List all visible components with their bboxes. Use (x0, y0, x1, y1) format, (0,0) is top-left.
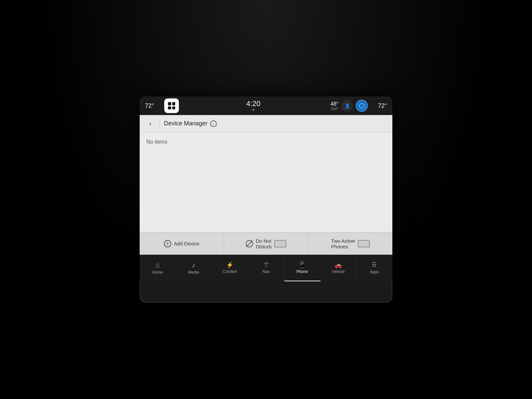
page-title: Device Manager (164, 120, 207, 127)
temp-left: 72° (145, 102, 162, 109)
add-icon: + (164, 240, 171, 247)
add-device-button[interactable]: + Add Device (140, 232, 224, 255)
page-header: ‹ Device Manager i (140, 115, 392, 132)
comfort-icon: ⚡ (226, 262, 233, 268)
apps-icon: ⠿ (372, 262, 377, 268)
user-icon: 👤 (344, 103, 350, 108)
time-display: 4:20 (246, 100, 260, 107)
do-not-disturb-button[interactable]: Do Not Disturb (224, 232, 309, 255)
nav-item-nav[interactable]: SW A Nav (248, 255, 284, 281)
status-center: 4:20 ▼ (182, 100, 325, 112)
main-screen: 72° 4:20 ▼ 48° OUT 👤 72° ‹ (140, 96, 392, 303)
nav-item-phone[interactable]: 📱 Phone (284, 255, 321, 281)
nav-item-media[interactable]: ♪ Media (176, 255, 212, 281)
nav-label-apps: Apps (370, 270, 379, 274)
status-bar: 72° 4:20 ▼ 48° OUT 👤 72° (140, 96, 392, 115)
content-area: No items (140, 132, 392, 232)
status-icons: 👤 (341, 100, 368, 112)
temp-right: 72° (370, 102, 387, 109)
nav-label-nav: Nav (262, 269, 269, 274)
alexa-button[interactable] (356, 100, 368, 112)
home-icon: ⌂ (155, 261, 160, 269)
do-not-disturb-toggle[interactable] (274, 240, 286, 247)
nav-sw-icon-group: SW A (264, 262, 269, 268)
app-grid-button[interactable] (164, 98, 179, 113)
main-content: ‹ Device Manager i No items + Add Device (140, 115, 392, 255)
weather-label: OUT (331, 107, 338, 111)
alexa-icon (359, 103, 365, 109)
two-active-phones-line1: Two Active (331, 238, 355, 244)
nav-label-home: Home (152, 270, 163, 275)
nav-label-vehicle: Vehicle (332, 269, 345, 274)
phone-icon: 📱 (298, 261, 306, 268)
media-icon: ♪ (192, 261, 196, 269)
time-chevron: ▼ (252, 108, 255, 112)
do-not-disturb-line2: Disturb (256, 244, 272, 249)
two-active-phones-button[interactable]: Two Active Phones (308, 232, 392, 255)
header-divider (160, 119, 160, 129)
nav-item-apps[interactable]: ⠿ Apps (356, 255, 392, 281)
nav-item-comfort[interactable]: ⚡ Comfort (212, 255, 248, 281)
user-icon-button[interactable]: 👤 (341, 100, 353, 112)
nav-item-vehicle[interactable]: 🚗 Vehicle (321, 255, 357, 281)
back-button[interactable]: ‹ (145, 118, 156, 129)
bottom-nav: ⌂ Home ♪ Media ⚡ Comfort SW A Nav 📱 Phon… (140, 255, 392, 281)
weather-temp: 48° (331, 101, 338, 107)
do-not-disturb-line1: Do Not (256, 238, 271, 244)
action-bar: + Add Device Do Not Disturb Two Active P… (140, 232, 392, 255)
nav-label-media: Media (188, 270, 199, 275)
do-not-disturb-icon (246, 240, 253, 247)
do-not-disturb-label-stack: Do Not Disturb (256, 238, 272, 249)
add-device-label: Add Device (174, 241, 200, 246)
page-title-area: Device Manager i (164, 120, 217, 127)
info-button[interactable]: i (210, 120, 217, 127)
weather-block: 48° OUT (331, 101, 338, 111)
no-items-label: No items (146, 139, 167, 145)
two-active-phones-toggle[interactable] (358, 240, 370, 247)
nav-label-phone: Phone (296, 269, 308, 274)
nav-item-home[interactable]: ⌂ Home (140, 255, 176, 281)
two-active-phones-label-stack: Two Active Phones (331, 238, 355, 249)
nav-label-comfort: Comfort (223, 269, 237, 274)
grid-icon (168, 102, 175, 109)
vehicle-icon: 🚗 (334, 262, 342, 268)
two-active-phones-line2: Phones (331, 244, 348, 249)
